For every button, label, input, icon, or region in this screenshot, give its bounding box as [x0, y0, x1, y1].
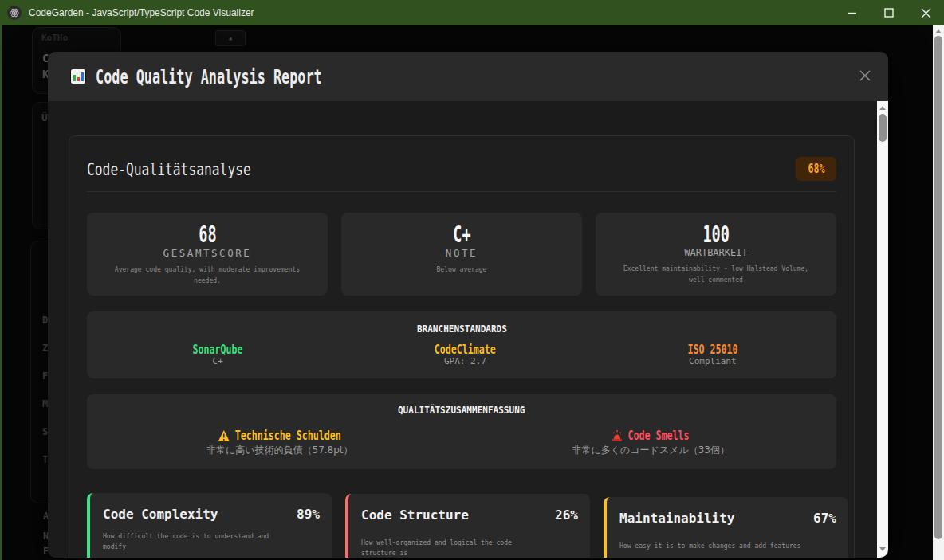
background-text-fragment: KoTHo: [41, 33, 68, 43]
standard-name: ISO 25010: [687, 343, 738, 357]
metric-percentage: 26%: [555, 507, 578, 523]
metric-name: Code Structure: [361, 507, 469, 523]
score-badge: 68%: [796, 157, 836, 181]
metric-description: How easy it is to make changes and add f…: [620, 541, 807, 550]
modal-scrollbar-thumb[interactable]: [879, 114, 887, 142]
stat-value: 68: [98, 222, 317, 247]
stat-description: Below average: [368, 264, 555, 275]
report-heading: Code-Qualitätsanalyse: [87, 159, 251, 179]
standard-value: GPA: 2.7: [341, 356, 588, 366]
stat-card-wartbarkeit: 100 WARTBARKEIT Excellent maintainabilit…: [596, 213, 836, 296]
modal-close-button[interactable]: [859, 69, 871, 84]
summary-item-tech-debt: Technische Schulden 非常に高い技術的負債（57.8pt）: [94, 429, 466, 457]
summary-detail: 非常に多くのコードスメル（33個）: [466, 444, 837, 457]
modal-header: Code Quality Analysis Report: [48, 52, 888, 101]
close-window-button[interactable]: [907, 0, 944, 25]
stat-value: 100: [607, 222, 825, 247]
summary-name: Technische Schulden: [218, 429, 341, 443]
divider: [87, 191, 836, 192]
modal-scrollbar[interactable]: [877, 101, 888, 558]
quality-summary-card: QUALITÄTSZUSAMMENFASSUNG Technische Schu…: [87, 394, 836, 469]
app-viewport: KoTHo ▲ C K Ü D Z F M S T A N F Code Qua…: [0, 25, 944, 560]
standard-item-codeclimate: CodeClimate GPA: 2.7: [341, 342, 588, 366]
stat-label: NOTE: [352, 247, 571, 259]
siren-icon: [612, 430, 623, 441]
standard-value: C+: [94, 356, 341, 366]
standard-item-sonarqube: SonarQube C+: [94, 342, 341, 366]
stat-description: Excellent maintainability - low Halstead…: [622, 263, 809, 285]
app-icon: [7, 6, 22, 20]
standard-name: SonarQube: [193, 343, 243, 357]
stats-grid: 68 GESAMTSCORE Average code quality, wit…: [87, 213, 836, 296]
metric-name: Code Complexity: [103, 507, 218, 522]
metric-description: How well-organized and logical the code …: [361, 538, 549, 558]
scroll-up-arrow-icon[interactable]: [935, 29, 942, 33]
summary-name: Code Smells: [612, 429, 690, 443]
scroll-up-arrow-icon[interactable]: [879, 106, 886, 110]
metric-name: Maintainability: [620, 511, 735, 526]
background-dropdown: ▲: [215, 30, 246, 46]
summary-title: QUALITÄTSZUSAMMENFASSUNG: [87, 401, 836, 417]
window-titlebar: CodeGarden - JavaScript/TypeScript Code …: [0, 0, 944, 25]
maximize-button[interactable]: [871, 0, 907, 25]
metric-card-maintainability: Maintainability 67% How easy it is to ma…: [604, 497, 848, 558]
stat-value: C+: [352, 222, 571, 247]
stat-label: GESAMTSCORE: [98, 247, 317, 259]
scroll-down-arrow-icon[interactable]: [879, 547, 886, 551]
standard-value: Compliant: [589, 356, 836, 366]
summary-detail: 非常に高い技術的負債（57.8pt）: [94, 444, 466, 457]
minimize-button[interactable]: [834, 0, 871, 25]
standards-title: BRANCHENSTANDARDS: [87, 320, 836, 335]
window-title: CodeGarden - JavaScript/TypeScript Code …: [29, 7, 254, 18]
stat-card-gesamtscore: 68 GESAMTSCORE Average code quality, wit…: [87, 213, 328, 296]
bar-chart-icon: [70, 69, 86, 84]
code-quality-modal: Code Quality Analysis Report Code-Qualit…: [48, 52, 888, 558]
stat-label: WARTBARKEIT: [607, 247, 825, 258]
metrics-grid: Code Complexity 89% How difficult the co…: [87, 493, 836, 558]
modal-title: Code Quality Analysis Report: [96, 65, 322, 88]
standard-name: CodeClimate: [435, 343, 496, 357]
window-scrollbar-thumb[interactable]: [934, 36, 942, 539]
metric-card-structure: Code Structure 26% How well-organized an…: [345, 494, 590, 558]
standard-item-iso25010: ISO 25010 Compliant: [589, 342, 836, 366]
summary-item-code-smells: Code Smells 非常に多くのコードスメル（33個）: [466, 429, 837, 457]
background-text-fragment: Ü: [41, 112, 48, 123]
metric-description: How difficult the code is to understand …: [103, 531, 290, 551]
metric-percentage: 67%: [813, 511, 836, 526]
window-scrollbar[interactable]: [933, 25, 944, 560]
metric-percentage: 89%: [297, 507, 320, 522]
stat-description: Average code quality, with moderate impr…: [113, 264, 301, 286]
report-panel: Code-Qualitätsanalyse 68% 68 GESAMTSCORE…: [69, 135, 855, 558]
modal-body: Code-Qualitätsanalyse 68% 68 GESAMTSCORE…: [48, 101, 888, 558]
industry-standards-card: BRANCHENSTANDARDS SonarQube C+ CodeClima…: [87, 311, 836, 378]
stat-card-note: C+ NOTE Below average: [341, 213, 582, 296]
up-arrow-icon: ▲: [229, 35, 232, 41]
metric-card-complexity: Code Complexity 89% How difficult the co…: [87, 493, 332, 558]
warning-icon: [218, 430, 230, 441]
